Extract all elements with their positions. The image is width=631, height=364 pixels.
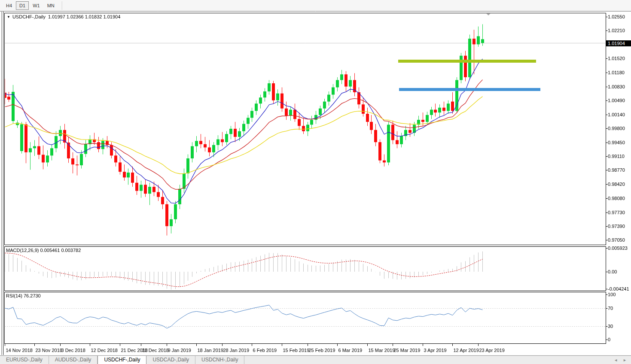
terminal-window: H4D1W1MN ▼USDCHF-,Daily 1.01997 1.02366 …: [0, 0, 631, 364]
chart-tab-bar: EURUSD-,DailyAUDUSD-,DailyUSDCHF-,DailyU…: [0, 355, 631, 364]
date-tick-label: 15 Mar 2019: [369, 348, 395, 353]
date-tick-label: 12 Dec 2018: [91, 348, 118, 353]
chart-title: ▼USDCHF-,Daily 1.01997 1.02366 1.01832 1…: [7, 14, 120, 19]
chart-canvas[interactable]: [0, 0, 631, 364]
date-tick-label: 6 Feb 2019: [253, 348, 277, 353]
timeframe-button-mn[interactable]: MN: [44, 1, 58, 10]
date-tick-label: 3 Apr 2019: [424, 348, 447, 353]
chart-tab-usdchf[interactable]: USDCHF-,Daily: [98, 356, 146, 364]
tab-scroll-left-icon[interactable]: ◄: [614, 358, 618, 362]
collapse-triangle-icon[interactable]: ▼: [7, 15, 10, 19]
rsi-indicator-label: RSI(14) 76.2730: [6, 293, 41, 298]
date-tick-label: 15 Feb 2019: [283, 348, 310, 353]
date-tick-label: 12 Apr 2019: [454, 348, 479, 353]
date-tick-label: 23 Apr 2019: [479, 348, 505, 353]
date-tick-label: 18 Jan 2019: [198, 348, 224, 353]
chart-tab-usdcad[interactable]: USDCAD-,Daily: [146, 356, 195, 364]
date-tick-label: 23 Nov 2018: [36, 348, 62, 353]
tab-scroll-right-icon[interactable]: ►: [623, 358, 627, 362]
macd-name: MACD(12,26,9): [6, 248, 39, 253]
rsi-value: 76.2730: [24, 293, 41, 298]
timeframe-button-d1[interactable]: D1: [16, 1, 29, 10]
timeframe-button-w1[interactable]: W1: [29, 1, 43, 10]
date-tick-label: 25 Feb 2019: [309, 348, 335, 353]
date-tick-label: 31 Dec 2018: [142, 348, 169, 353]
macd-values: 0.005461 0.003782: [40, 248, 81, 253]
current-price-badge: 1.01904: [606, 40, 631, 46]
date-tick-label: 14 Nov 2018: [6, 348, 33, 353]
rsi-name: RSI(14): [6, 293, 22, 298]
chart-tab-eurusd[interactable]: EURUSD-,Daily: [0, 356, 49, 364]
timeframe-toolbar: H4D1W1MN: [0, 0, 631, 11]
chart-tab-audusd[interactable]: AUDUSD-,Daily: [49, 356, 98, 364]
date-tick-label: 6 Mar 2019: [338, 348, 363, 353]
macd-indicator-label: MACD(12,26,9) 0.005461 0.003782: [6, 248, 81, 253]
toolbar-separator: [62, 1, 62, 10]
date-tick-label: 9 Jan 2019: [168, 348, 191, 353]
timeframe-button-h4[interactable]: H4: [3, 1, 15, 10]
date-tick-label: 25 Mar 2019: [394, 348, 421, 353]
date-tick-label: 28 Jan 2019: [223, 348, 250, 353]
chart-tab-usdcnh[interactable]: USDCNH-,Daily: [195, 356, 244, 364]
tab-bar-spacer: [244, 356, 614, 364]
chart-symbol-label: USDCHF-,Daily: [12, 14, 46, 19]
chart-ohlc-values: 1.01997 1.02366 1.01832 1.01904: [48, 14, 120, 19]
date-tick-label: 3 Dec 2018: [61, 348, 85, 353]
